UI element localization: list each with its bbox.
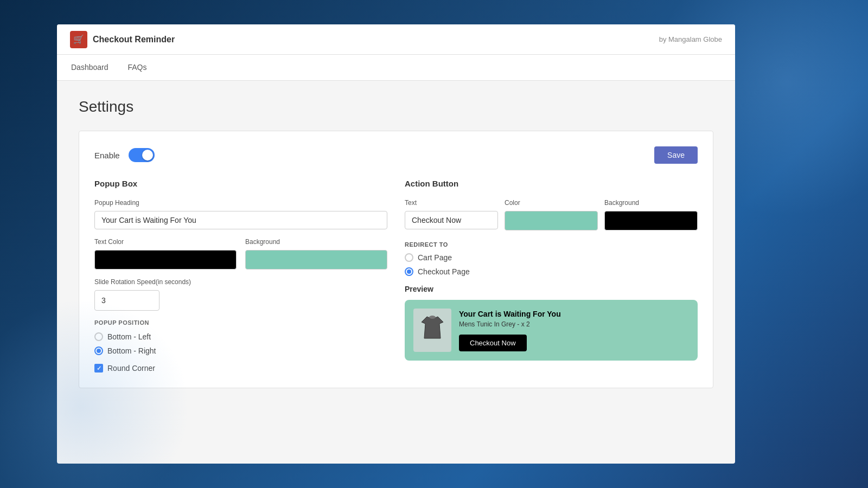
product-shirt-icon [419,314,446,346]
settings-columns: Popup Box Popup Heading Text Color Backg… [94,179,698,373]
action-color-label: Color [505,199,598,207]
round-corner-box [94,364,103,373]
settings-card: Enable Save Popup Box Popup Heading T [79,131,713,388]
action-color-field: Color [505,199,598,230]
position-bottom-right-label: Bottom - Right [107,346,156,355]
popup-heading-input[interactable] [94,211,387,229]
nav-bar: Dashboard FAQs [57,55,735,81]
radio-bottom-left-circle [94,332,103,341]
page-title: Settings [79,98,713,115]
heading-label: Popup Heading [94,199,387,207]
preview-checkout-button[interactable]: Checkout Now [459,335,527,351]
header-left: 🛒 Checkout Reminder [70,31,175,48]
color-fields: Text Color Background [94,238,387,269]
round-corner-label: Round Corner [107,364,155,373]
redirect-label: REDIRECT TO [405,241,698,248]
action-button-title: Action Button [405,179,698,188]
background-field: Background [245,238,387,269]
position-label: POPUP POSITION [94,319,387,326]
radio-cart-page-circle [405,253,413,262]
action-text-label: Text [405,199,498,207]
action-text-input[interactable] [405,211,498,229]
main-container: 🛒 Checkout Reminder by Mangalam Globe Da… [57,24,735,464]
redirect-checkout-label: Checkout Page [418,267,470,276]
svg-point-0 [429,316,436,319]
logo-icon: 🛒 [70,31,87,48]
position-radio-group: Bottom - Left Bottom - Right [94,332,387,355]
preview-popup: Your Cart is Waiting For You Mens Tunic … [405,300,698,361]
text-color-label: Text Color [94,238,237,246]
speed-label: Slide Rotation Speed(in seconds) [94,278,387,286]
header: 🛒 Checkout Reminder by Mangalam Globe [57,24,735,55]
text-color-swatch[interactable] [94,250,237,269]
position-bottom-left[interactable]: Bottom - Left [94,332,387,341]
action-bg-swatch[interactable] [604,211,698,230]
nav-item-faqs[interactable]: FAQs [127,55,148,80]
speed-input-wrapper: ▲ ▼ [94,290,159,311]
action-button-column: Action Button Text Color Background [405,179,698,373]
preview-subtext: Mens Tunic In Grey - x 2 [459,320,689,328]
redirect-cart-page[interactable]: Cart Page [405,253,698,262]
action-btn-fields: Text Color Background [405,199,698,230]
preview-heading: Your Cart is Waiting For You [459,310,689,318]
content-area: Settings Enable Save Popup Box Popup Hea… [57,81,735,406]
preview-product-image [413,309,451,352]
background-color-swatch[interactable] [245,250,387,269]
action-bg-field: Background [604,199,698,230]
enable-label: Enable [94,151,120,160]
radio-checkout-page-circle [405,267,413,276]
save-button[interactable]: Save [654,146,698,164]
position-bottom-left-label: Bottom - Left [107,332,151,341]
action-color-swatch[interactable] [505,211,598,230]
redirect-cart-label: Cart Page [418,253,452,262]
popup-box-title: Popup Box [94,179,387,188]
preview-content: Your Cart is Waiting For You Mens Tunic … [459,310,689,351]
enable-toggle[interactable] [129,148,155,162]
text-color-field: Text Color [94,238,237,269]
background-label: Background [245,238,387,246]
radio-bottom-right-circle [94,346,103,355]
preview-title: Preview [405,285,698,293]
enable-row: Enable Save [94,146,698,164]
nav-item-dashboard[interactable]: Dashboard [70,55,110,80]
position-bottom-right[interactable]: Bottom - Right [94,346,387,355]
redirect-radio-group: Cart Page Checkout Page [405,253,698,276]
round-corner-checkbox[interactable]: Round Corner [94,364,387,373]
speed-input[interactable] [95,292,159,309]
action-bg-label: Background [604,199,698,207]
action-text-field: Text [405,199,498,230]
popup-box-column: Popup Box Popup Heading Text Color Backg… [94,179,387,373]
toggle-slider [129,148,155,162]
app-title: Checkout Reminder [93,35,175,44]
redirect-checkout-page[interactable]: Checkout Page [405,267,698,276]
header-by-label: by Mangalam Globe [659,35,722,43]
